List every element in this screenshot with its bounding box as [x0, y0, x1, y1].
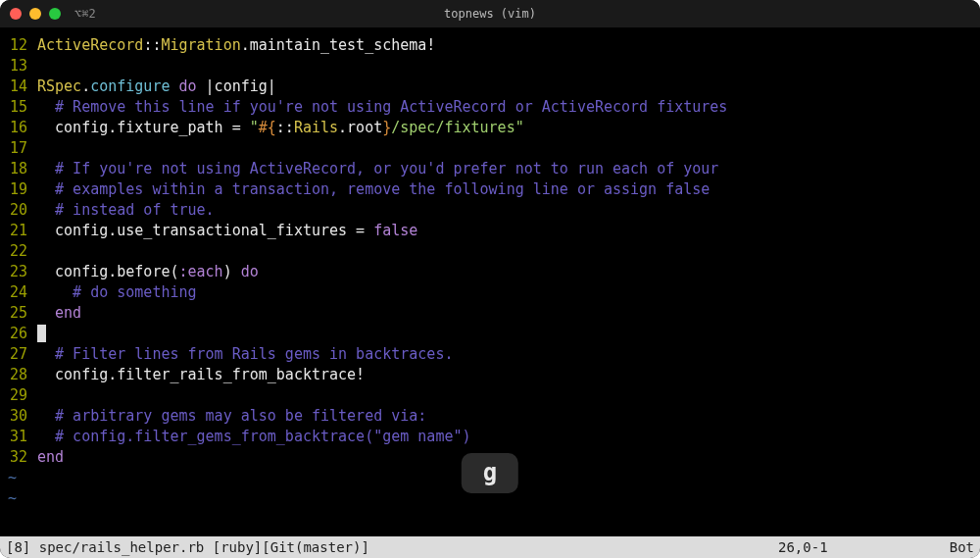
- line-number: 21: [0, 221, 37, 241]
- code-line: 29: [0, 385, 980, 406]
- code-line: 18 # If you're not using ActiveRecord, o…: [0, 159, 980, 179]
- code-line: 30 # arbitrary gems may also be filtered…: [0, 406, 980, 427]
- line-number: 24: [0, 282, 37, 303]
- key-overlay: g: [462, 453, 518, 493]
- token: #{: [259, 119, 276, 136]
- status-bar: [8] spec/rails_helper.rb [ruby][Git(mast…: [0, 536, 980, 558]
- code-line: 25 end: [0, 303, 980, 324]
- code-line: 15 # Remove this line if you're not usin…: [0, 97, 980, 118]
- cursor: [37, 325, 46, 342]
- editor-viewport[interactable]: 12 ActiveRecord::Migration.maintain_test…: [0, 27, 980, 536]
- status-file: [8] spec/rails_helper.rb [ruby][Git(mast…: [6, 539, 778, 555]
- comment: # If you're not using ActiveRecord, or y…: [37, 159, 980, 179]
- line-number: 18: [0, 159, 37, 179]
- token: config.filter_rails_from_backtrace!: [37, 365, 980, 385]
- code-line: 16 config.fixture_path = "#{::Rails.root…: [0, 118, 980, 138]
- token: do: [241, 263, 259, 280]
- token: =: [232, 119, 250, 136]
- token: |config|: [206, 77, 276, 95]
- line-number: 30: [0, 406, 37, 427]
- token: end: [37, 303, 980, 324]
- token: =: [356, 222, 373, 239]
- token: config.fixture_path: [37, 119, 232, 136]
- maximize-icon[interactable]: [49, 8, 61, 20]
- token: RSpec: [37, 77, 81, 95]
- terminal-window: ⌥⌘2 topnews (vim) 12 ActiveRecord::Migra…: [0, 0, 980, 558]
- status-scroll: Bot: [925, 539, 974, 555]
- token: Migration: [161, 36, 240, 54]
- token: do: [170, 77, 205, 95]
- line-number: 32: [0, 447, 37, 468]
- token: }: [382, 119, 391, 136]
- token: ::: [276, 119, 294, 136]
- close-icon[interactable]: [10, 8, 22, 20]
- line-number: 17: [0, 138, 37, 159]
- token: .maintain_test_schema!: [241, 36, 436, 54]
- line-number: 20: [0, 200, 37, 221]
- comment: # examples within a transaction, remove …: [37, 179, 980, 200]
- code-line: 19 # examples within a transaction, remo…: [0, 179, 980, 200]
- comment: # Remove this line if you're not using A…: [37, 97, 980, 118]
- tilde-icon: ~: [0, 488, 17, 509]
- line-number: 16: [0, 118, 37, 138]
- token: config.before(: [37, 263, 179, 280]
- comment: # instead of true.: [37, 200, 980, 221]
- token: ": [515, 119, 524, 136]
- line-number: 15: [0, 97, 37, 118]
- titlebar: ⌥⌘2 topnews (vim): [0, 0, 980, 27]
- comment: # arbitrary gems may also be filtered vi…: [37, 406, 980, 427]
- line-number: 23: [0, 262, 37, 282]
- traffic-lights: [10, 8, 61, 20]
- code-line: 14 RSpec.configure do |config|: [0, 76, 980, 97]
- token: ): [223, 263, 241, 280]
- line-number: 25: [0, 303, 37, 324]
- comment: # config.filter_gems_from_backtrace("gem…: [37, 427, 980, 447]
- code-line: 31 # config.filter_gems_from_backtrace("…: [0, 427, 980, 447]
- line-number: 22: [0, 241, 37, 262]
- line-number: 26: [0, 324, 37, 344]
- code-line: 26: [0, 324, 980, 344]
- minimize-icon[interactable]: [29, 8, 41, 20]
- code-line: 28 config.filter_rails_from_backtrace!: [0, 365, 980, 385]
- code-line: 17: [0, 138, 980, 159]
- line-number: 14: [0, 76, 37, 97]
- tab-label: ⌥⌘2: [74, 7, 96, 21]
- token: :each: [179, 263, 223, 280]
- token: config.use_transactional_fixtures: [37, 222, 356, 239]
- tilde-icon: ~: [0, 468, 17, 488]
- code-line: 13: [0, 56, 980, 76]
- code-line: 21 config.use_transactional_fixtures = f…: [0, 221, 980, 241]
- code-line: 22: [0, 241, 980, 262]
- token: .root: [338, 119, 382, 136]
- token: configure: [90, 77, 170, 95]
- comment: # Filter lines from Rails gems in backtr…: [37, 344, 980, 365]
- token: ActiveRecord: [37, 36, 143, 54]
- token: Rails: [294, 119, 338, 136]
- code-line: 20 # instead of true.: [0, 200, 980, 221]
- comment: # do something: [37, 282, 980, 303]
- code-line: 12 ActiveRecord::Migration.maintain_test…: [0, 35, 980, 56]
- token: .: [81, 77, 90, 95]
- window-title: topnews (vim): [444, 7, 536, 21]
- line-number: 31: [0, 427, 37, 447]
- token: false: [373, 222, 417, 239]
- line-number: 29: [0, 385, 37, 406]
- token: /spec/fixtures: [391, 119, 514, 136]
- line-number: 12: [0, 35, 37, 56]
- code-line: 27 # Filter lines from Rails gems in bac…: [0, 344, 980, 365]
- code-line: 24 # do something: [0, 282, 980, 303]
- line-number: 28: [0, 365, 37, 385]
- status-position: 26,0-1: [778, 539, 925, 555]
- code-line: 23 config.before(:each) do: [0, 262, 980, 282]
- line-number: 27: [0, 344, 37, 365]
- line-number: 19: [0, 179, 37, 200]
- line-number: 13: [0, 56, 37, 76]
- token: ::: [143, 36, 161, 54]
- token: ": [250, 119, 259, 136]
